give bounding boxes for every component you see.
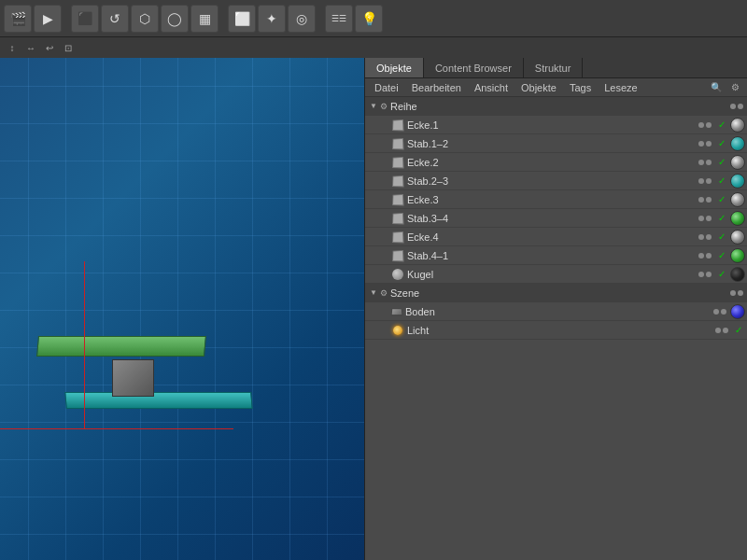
stab2-3-dot1[interactable] xyxy=(698,178,704,184)
tool2-move[interactable]: ↕ xyxy=(4,39,21,56)
tool-grid[interactable]: ⬜ xyxy=(228,5,256,33)
stab4-1-material[interactable] xyxy=(730,248,745,263)
row-stab3-4[interactable]: Stab.3–4 ✓ xyxy=(365,209,747,228)
kugel-dot1[interactable] xyxy=(698,272,704,277)
search-icon[interactable]: 🔍 xyxy=(708,79,725,96)
expand-szene[interactable]: ▼ xyxy=(369,288,378,298)
dot1[interactable] xyxy=(730,104,736,109)
licht-check[interactable]: ✓ xyxy=(732,324,745,337)
tool2-grid[interactable]: ⊡ xyxy=(60,39,77,56)
stab2-3-dots xyxy=(698,178,712,184)
menu-tags[interactable]: Tags xyxy=(564,80,597,95)
stab1-2-material[interactable] xyxy=(730,136,745,151)
row-reihe[interactable]: ▼ ⚙ Reihe xyxy=(365,97,747,116)
tool-extra1[interactable]: ☰☰ xyxy=(325,5,353,33)
row-ecke4[interactable]: Ecke.4 ✓ xyxy=(365,228,747,246)
tool-file[interactable]: 🎬 xyxy=(4,5,32,33)
ecke4-material[interactable] xyxy=(730,230,745,245)
tool-object1[interactable]: ⬡ xyxy=(131,5,159,33)
tool-play[interactable]: ▶ xyxy=(34,5,62,33)
boden-material[interactable] xyxy=(730,304,745,319)
tab-content-browser[interactable]: Content Browser xyxy=(424,58,524,77)
ecke1-material[interactable] xyxy=(730,118,745,133)
ecke2-dot1[interactable] xyxy=(698,160,704,165)
licht-dots xyxy=(715,328,728,333)
menu-leseze[interactable]: Leseze xyxy=(599,80,642,95)
stab2-3-material[interactable] xyxy=(730,174,745,189)
tool2-scale[interactable]: ↔ xyxy=(22,39,39,56)
menu-bearbeiten[interactable]: Bearbeiten xyxy=(406,80,467,95)
stab2-3-label: Stab.2–3 xyxy=(407,175,698,187)
ecke2-dot2[interactable] xyxy=(706,160,712,165)
tool-rotate[interactable]: ↺ xyxy=(101,5,129,33)
ecke2-dots xyxy=(698,160,712,165)
stab2-3-dot2[interactable] xyxy=(706,178,712,184)
expand-kugel xyxy=(380,270,389,279)
boden-dot2[interactable] xyxy=(721,309,726,315)
stab3-4-material[interactable] xyxy=(730,211,745,226)
expand-reihe[interactable]: ▼ xyxy=(369,102,378,111)
row-ecke1[interactable]: Ecke.1 ✓ xyxy=(365,116,747,134)
tool-cube[interactable]: ⬛ xyxy=(71,5,99,33)
stab3-4-label: Stab.3–4 xyxy=(407,213,698,224)
row-stab2-3[interactable]: Stab.2–3 ✓ xyxy=(365,172,747,190)
tool-light[interactable]: 💡 xyxy=(355,5,383,33)
row-stab1-2[interactable]: Stab.1–2 ✓ xyxy=(365,134,747,153)
stab4-1-check[interactable]: ✓ xyxy=(715,249,728,262)
tool-object2[interactable]: ◯ xyxy=(161,5,189,33)
kugel-dot2[interactable] xyxy=(706,272,712,277)
row-licht[interactable]: Licht ✓ xyxy=(365,321,747,340)
stab4-1-dot1[interactable] xyxy=(698,253,704,259)
tool2-undo[interactable]: ↩ xyxy=(41,39,58,56)
tab-objekte[interactable]: Objekte xyxy=(365,58,424,77)
tool-object3[interactable]: ▦ xyxy=(190,5,218,33)
szene-dot1[interactable] xyxy=(730,290,736,296)
expand-ecke4 xyxy=(380,232,389,242)
stab3-4-dot2[interactable] xyxy=(706,216,712,221)
gear-icon[interactable]: ⚙ xyxy=(726,79,743,96)
ecke3-dot2[interactable] xyxy=(706,197,712,203)
ecke3-material[interactable] xyxy=(730,192,745,207)
stab1-2-check[interactable]: ✓ xyxy=(715,137,728,150)
stab1-2-dot1[interactable] xyxy=(698,141,704,147)
ecke4-dot1[interactable] xyxy=(698,234,704,240)
ecke3-check[interactable]: ✓ xyxy=(715,193,728,206)
row-ecke3[interactable]: Ecke.3 ✓ xyxy=(365,190,747,209)
stab1-2-dot2[interactable] xyxy=(706,141,712,147)
stab2-3-check[interactable]: ✓ xyxy=(715,175,728,188)
menu-ansicht[interactable]: Ansicht xyxy=(469,80,514,95)
stab3-4-dot1[interactable] xyxy=(698,216,704,221)
stab1-2-label: Stab.1–2 xyxy=(407,138,698,149)
row-ecke2[interactable]: Ecke.2 ✓ xyxy=(365,153,747,172)
ecke1-check[interactable]: ✓ xyxy=(715,119,728,132)
stab3-4-check[interactable]: ✓ xyxy=(715,212,728,225)
ecke1-dot2[interactable] xyxy=(706,122,712,128)
reihe-label: Reihe xyxy=(390,101,730,112)
licht-dot1[interactable] xyxy=(715,328,721,333)
boden-dot1[interactable] xyxy=(713,309,719,315)
menu-datei[interactable]: Datei xyxy=(369,80,404,95)
menu-objekte[interactable]: Objekte xyxy=(515,80,562,95)
tool-special[interactable]: ✦ xyxy=(258,5,286,33)
cube-icon-ecke4 xyxy=(391,231,404,244)
ecke2-material[interactable] xyxy=(730,155,745,170)
stab4-1-dot2[interactable] xyxy=(706,253,712,259)
licht-dot2[interactable] xyxy=(723,328,728,333)
tool-circle[interactable]: ◎ xyxy=(288,5,316,33)
row-szene[interactable]: ▼ ⚙ Szene xyxy=(365,284,747,302)
row-kugel[interactable]: Kugel ✓ xyxy=(365,265,747,284)
ecke4-check[interactable]: ✓ xyxy=(715,231,728,244)
ecke2-check[interactable]: ✓ xyxy=(715,156,728,169)
dot2[interactable] xyxy=(738,104,743,109)
kugel-material[interactable] xyxy=(730,267,745,282)
ecke1-dot1[interactable] xyxy=(698,122,704,128)
ecke3-dot1[interactable] xyxy=(698,197,704,203)
row-boden[interactable]: Boden xyxy=(365,302,747,321)
reihe-group-icon: ⚙ xyxy=(380,102,388,111)
row-stab4-1[interactable]: Stab.4–1 ✓ xyxy=(365,246,747,265)
viewport-3d[interactable] xyxy=(0,58,364,560)
tab-struktur[interactable]: Struktur xyxy=(524,58,584,77)
ecke4-dot2[interactable] xyxy=(706,234,712,240)
kugel-check[interactable]: ✓ xyxy=(715,268,728,281)
szene-dot2[interactable] xyxy=(738,290,743,296)
